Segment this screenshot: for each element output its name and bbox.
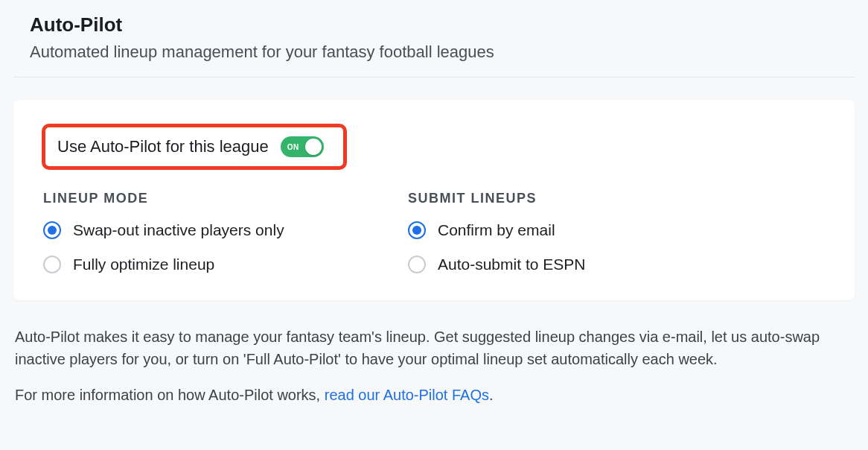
page-subtitle: Automated lineup management for your fan… — [30, 42, 855, 62]
description-para-2-suffix: . — [489, 387, 494, 403]
submit-lineups-heading: SUBMIT LINEUPS — [408, 191, 773, 206]
lineup-mode-option-swap[interactable]: Swap-out inactive players only — [43, 221, 408, 239]
submit-lineups-option-label: Confirm by email — [438, 221, 555, 239]
page-title: Auto-Pilot — [30, 13, 855, 37]
submit-lineups-option-autosubmit[interactable]: Auto-submit to ESPN — [408, 256, 773, 273]
lineup-mode-option-label: Swap-out inactive players only — [73, 221, 284, 239]
autopilot-toggle-state: ON — [287, 143, 299, 151]
radio-icon — [43, 221, 61, 239]
settings-columns: LINEUP MODE Swap-out inactive players on… — [43, 191, 825, 273]
lineup-mode-heading: LINEUP MODE — [43, 191, 408, 206]
autopilot-toggle-knob — [305, 139, 322, 155]
description-para-2: For more information on how Auto-Pilot w… — [15, 384, 853, 406]
settings-card: Use Auto-Pilot for this league ON LINEUP… — [13, 100, 855, 300]
submit-lineups-option-email[interactable]: Confirm by email — [408, 221, 773, 239]
description-para-2-prefix: For more information on how Auto-Pilot w… — [15, 387, 325, 403]
description-text: Auto-Pilot makes it easy to manage your … — [13, 326, 855, 406]
lineup-mode-section: LINEUP MODE Swap-out inactive players on… — [43, 191, 408, 273]
page-header: Auto-Pilot Automated lineup management f… — [13, 13, 855, 77]
radio-icon — [43, 256, 61, 273]
autopilot-toggle[interactable]: ON — [281, 136, 324, 157]
autopilot-toggle-highlight: Use Auto-Pilot for this league ON — [42, 124, 347, 170]
radio-icon — [408, 221, 426, 239]
description-para-1: Auto-Pilot makes it easy to manage your … — [15, 326, 853, 370]
submit-lineups-section: SUBMIT LINEUPS Confirm by email Auto-sub… — [408, 191, 773, 273]
submit-lineups-option-label: Auto-submit to ESPN — [438, 256, 585, 273]
autopilot-toggle-label: Use Auto-Pilot for this league — [57, 137, 269, 156]
lineup-mode-option-optimize[interactable]: Fully optimize lineup — [43, 256, 408, 273]
radio-icon — [408, 256, 426, 273]
page: Auto-Pilot Automated lineup management f… — [0, 0, 868, 406]
lineup-mode-option-label: Fully optimize lineup — [73, 256, 214, 273]
faq-link[interactable]: read our Auto-Pilot FAQs — [325, 387, 489, 403]
